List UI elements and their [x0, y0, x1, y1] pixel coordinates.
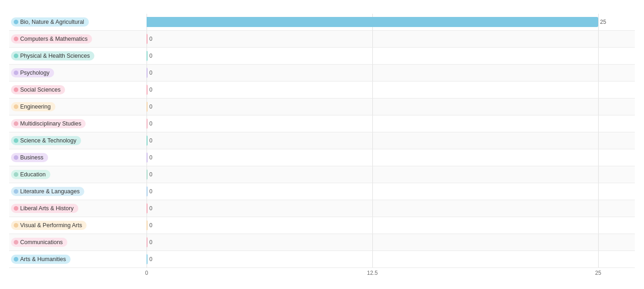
label-pill: Psychology — [11, 68, 54, 77]
bar-value-label: 0 — [149, 70, 153, 76]
label-area: Education — [9, 166, 147, 183]
label-pill: Education — [11, 170, 50, 179]
bar-value-label: 0 — [149, 87, 153, 93]
label-area: Bio, Nature & Agricultural — [9, 14, 147, 30]
bar-value-label: 0 — [149, 222, 153, 229]
bar-value-area: 0 — [147, 251, 635, 267]
label-pill: Visual & Performing Arts — [11, 221, 87, 230]
label-area: Literature & Languages — [9, 183, 147, 200]
label-area: Communications — [9, 234, 147, 251]
label-pill: Science & Technology — [11, 136, 81, 145]
pill-dot — [14, 121, 18, 126]
label-pill: Communications — [11, 238, 67, 247]
bar-value-area: 0 — [147, 217, 635, 234]
bar-value-label: 0 — [149, 36, 153, 42]
bar-value-area: 0 — [147, 200, 635, 217]
bar-value-area: 0 — [147, 82, 635, 98]
bar-row: Psychology0 — [9, 65, 635, 82]
bar: 0 — [147, 186, 147, 196]
pill-dot — [14, 257, 18, 262]
pill-dot — [14, 240, 18, 245]
bar-label-text: Communications — [20, 239, 63, 245]
pill-dot — [14, 37, 18, 41]
bar-label-text: Computers & Mathematics — [20, 36, 87, 42]
bar-row: Multidisciplinary Studies0 — [9, 115, 635, 132]
bar-value-area: 0 — [147, 149, 635, 166]
bar-row: Bio, Nature & Agricultural25 — [9, 14, 635, 31]
bar-label-text: Science & Technology — [20, 137, 76, 144]
bar: 0 — [147, 68, 147, 78]
label-pill: Bio, Nature & Agricultural — [11, 17, 89, 27]
label-pill: Arts & Humanities — [11, 255, 71, 264]
pill-dot — [14, 71, 18, 75]
bar: 0 — [147, 169, 147, 180]
bar-value-label: 0 — [149, 104, 153, 110]
bar-row: Literature & Languages0 — [9, 183, 635, 200]
label-pill: Physical & Health Sciences — [11, 51, 94, 60]
pill-dot — [14, 20, 18, 24]
pill-dot — [14, 104, 18, 109]
bar-label-text: Multidisciplinary Studies — [20, 120, 81, 127]
bar-label-text: Visual & Performing Arts — [20, 222, 82, 229]
bar: 0 — [147, 51, 147, 61]
bar-label-text: Social Sciences — [20, 87, 60, 93]
bar-value-label: 0 — [149, 171, 153, 178]
bar-value-area: 0 — [147, 65, 635, 81]
bar-value-label: 0 — [149, 120, 153, 127]
label-area: Science & Technology — [9, 132, 147, 149]
bar-value-area: 25 — [147, 14, 635, 30]
bar-value-area: 0 — [147, 48, 635, 64]
bar-value-label: 25 — [600, 19, 606, 25]
label-pill: Engineering — [11, 102, 55, 111]
bar: 0 — [147, 203, 147, 213]
label-area: Social Sciences — [9, 82, 147, 98]
label-area: Psychology — [9, 65, 147, 81]
label-area: Physical & Health Sciences — [9, 48, 147, 64]
label-area: Liberal Arts & History — [9, 200, 147, 217]
x-axis: 012.525 — [147, 270, 635, 279]
bar-row: Liberal Arts & History0 — [9, 200, 635, 217]
pill-dot — [14, 155, 18, 160]
bar: 0 — [147, 102, 147, 112]
bar-label-text: Business — [20, 154, 44, 161]
bar-label-text: Liberal Arts & History — [20, 205, 74, 212]
bar-label-text: Physical & Health Sciences — [20, 53, 90, 59]
label-pill: Literature & Languages — [11, 187, 84, 196]
pill-dot — [14, 138, 18, 143]
label-pill: Multidisciplinary Studies — [11, 119, 86, 128]
label-pill: Social Sciences — [11, 85, 65, 94]
x-tick: 0 — [145, 270, 148, 276]
bar: 0 — [147, 153, 147, 163]
bar-label-text: Psychology — [20, 70, 49, 76]
pill-dot — [14, 54, 18, 58]
bar-value-label: 0 — [149, 188, 153, 195]
label-pill: Business — [11, 153, 48, 162]
bar: 0 — [147, 119, 147, 129]
bar: 0 — [147, 220, 147, 230]
label-pill: Computers & Mathematics — [11, 34, 92, 44]
label-area: Computers & Mathematics — [9, 31, 147, 47]
bar-label-text: Bio, Nature & Agricultural — [20, 19, 84, 25]
label-area: Visual & Performing Arts — [9, 217, 147, 234]
bar-row: Engineering0 — [9, 98, 635, 115]
bar-value-area: 0 — [147, 31, 635, 47]
bar-row: Visual & Performing Arts0 — [9, 217, 635, 234]
pill-dot — [14, 223, 18, 228]
bar-row: Education0 — [9, 166, 635, 183]
bar-value-label: 0 — [149, 137, 153, 144]
bar-label-text: Education — [20, 171, 46, 178]
x-tick: 25 — [595, 270, 601, 276]
bar-label-text: Engineering — [20, 104, 51, 110]
bar-label-text: Literature & Languages — [20, 188, 80, 195]
bar: 0 — [147, 237, 147, 247]
bar-value-area: 0 — [147, 115, 635, 132]
bar-row: Computers & Mathematics0 — [9, 31, 635, 48]
bar-label-text: Arts & Humanities — [20, 256, 66, 262]
bar: 25 — [147, 17, 598, 27]
bar: 0 — [147, 136, 147, 146]
label-area: Engineering — [9, 98, 147, 115]
bar-value-area: 0 — [147, 234, 635, 251]
bar: 0 — [147, 34, 147, 44]
bar: 0 — [147, 254, 147, 264]
label-pill: Liberal Arts & History — [11, 204, 78, 213]
